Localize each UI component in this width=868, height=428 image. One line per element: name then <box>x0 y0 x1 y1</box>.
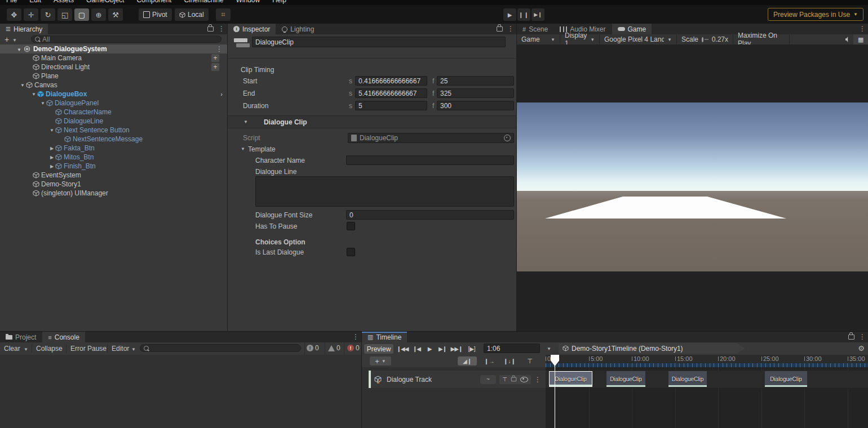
override-plus-badge[interactable]: + <box>211 54 219 62</box>
start-frames-field[interactable]: 25 <box>437 76 514 86</box>
end-frames-field[interactable]: 325 <box>437 88 514 98</box>
step-button[interactable]: ▶❙ <box>532 8 544 21</box>
maximize-on-play-button[interactable]: Maximize On Play <box>733 34 790 44</box>
hierarchy-item-dialoguebox[interactable]: ▼ DialogueBox › <box>0 90 227 99</box>
scene-kebab-icon[interactable]: ⋮ <box>216 45 223 53</box>
tab-console[interactable]: ≡ Console <box>42 332 85 342</box>
track-mute-eye-icon[interactable] <box>520 377 528 382</box>
dialogue-font-size-field[interactable]: 0 <box>346 210 514 220</box>
pause-button[interactable]: ❙❙ <box>517 8 530 21</box>
kebab-menu-icon[interactable]: ⋮ <box>859 25 866 33</box>
info-count-toggle[interactable]: ! 0 <box>307 344 319 352</box>
tab-lighting[interactable]: Lighting <box>276 24 320 34</box>
hierarchy-item-finish-btn[interactable]: ▶ Finish_Btn <box>0 162 227 171</box>
clear-button[interactable]: Clear <box>4 345 20 353</box>
foldout-closed-icon[interactable]: ▶ <box>48 164 55 169</box>
is-last-dialogue-checkbox[interactable] <box>347 248 355 256</box>
hierarchy-item-plane[interactable]: Plane <box>0 72 227 81</box>
prefab-open-chevron-icon[interactable]: › <box>220 91 223 97</box>
tab-game[interactable]: Game <box>612 24 652 34</box>
character-name-field[interactable] <box>346 155 514 165</box>
tab-project[interactable]: Project <box>0 332 42 342</box>
unlock-icon[interactable] <box>497 26 503 32</box>
transform-tool-button[interactable]: ⊕ <box>91 8 106 21</box>
menu-window[interactable]: Window <box>230 0 267 5</box>
editor-dropdown[interactable]: Editor <box>112 345 129 353</box>
dialogue-clip-section-header[interactable]: ▼ Dialogue Clip <box>228 115 516 128</box>
rotate-tool-button[interactable]: ↻ <box>41 8 55 21</box>
track-lock-icon[interactable] <box>511 377 516 382</box>
unlock-icon[interactable] <box>207 26 214 32</box>
track-pin-icon[interactable]: ⊤ <box>502 376 507 382</box>
foldout-open-icon[interactable]: ▼ <box>241 146 245 151</box>
resolution-dropdown[interactable]: Google Pixel 4 Landscape▼ <box>600 34 677 44</box>
local-toggle[interactable]: Local <box>175 8 209 21</box>
play-timeline-button[interactable]: ▶ <box>424 344 435 354</box>
next-frame-button[interactable]: ▶❙ <box>437 344 448 354</box>
custom-tool-button[interactable]: ⚒ <box>108 8 123 21</box>
preview-toggle[interactable]: Preview <box>364 344 393 354</box>
menu-assets[interactable]: Assets <box>47 0 80 5</box>
foldout-closed-icon[interactable]: ▶ <box>48 146 55 151</box>
hierarchy-item-mitos-btn[interactable]: ▶ Mitos_Btn <box>0 153 227 162</box>
kebab-menu-icon[interactable]: ⋮ <box>859 333 866 341</box>
menu-component[interactable]: Component <box>130 0 178 5</box>
timeline-clip-4[interactable]: DialogueClip <box>765 371 807 387</box>
play-range-button[interactable]: [▶] <box>466 344 478 354</box>
mute-audio-button[interactable] <box>841 34 853 44</box>
lock-icon[interactable] <box>848 335 854 340</box>
kebab-menu-icon[interactable]: ⋮ <box>507 25 514 33</box>
hierarchy-item-singleton-uimanager[interactable]: (singleton) UIManager <box>0 189 227 198</box>
gear-icon[interactable]: ⚙ <box>858 344 865 353</box>
rect-tool-button[interactable]: ▢ <box>74 8 89 21</box>
previous-frame-button[interactable]: ❙◀ <box>411 344 422 354</box>
menu-help[interactable]: Help <box>266 0 293 5</box>
script-object-field[interactable]: DialogueClip <box>348 133 514 143</box>
hierarchy-item-charactername[interactable]: CharacterName <box>0 108 227 117</box>
tab-scene[interactable]: # Scene <box>517 24 553 34</box>
pivot-toggle[interactable]: Pivot <box>139 8 172 21</box>
clear-dropdown-caret-icon[interactable]: ▼ <box>24 347 28 352</box>
timeline-clip-3[interactable]: DialogueClip <box>668 371 707 387</box>
timeline-breadcrumb[interactable]: Demo-Story1Timeline (Demo-Story1) <box>559 343 745 354</box>
has-to-pause-checkbox[interactable] <box>347 222 355 230</box>
tab-timeline[interactable]: ▥ Timeline <box>362 332 407 342</box>
grid-snap-button[interactable]: ⌗ <box>216 8 231 21</box>
hierarchy-search-input[interactable]: All <box>31 35 222 43</box>
play-button[interactable]: ▶ <box>503 8 516 21</box>
error-pause-button[interactable]: Error Pause <box>70 345 107 353</box>
foldout-open-icon[interactable]: ▼ <box>30 92 37 97</box>
object-picker-icon[interactable] <box>504 135 511 141</box>
tab-hierarchy[interactable]: ☰ Hierarchy <box>0 24 48 34</box>
foldout-open-icon[interactable]: ▼ <box>0 45 21 53</box>
foldout-open-icon[interactable]: ▼ <box>48 128 55 133</box>
timecode-options-caret-icon[interactable]: ▼ <box>547 346 551 351</box>
hierarchy-item-canvas[interactable]: ▼ Canvas <box>0 81 227 90</box>
display-dropdown[interactable]: Display 1▼ <box>560 34 600 44</box>
clip-name-field[interactable]: DialogueClip <box>252 37 506 47</box>
timeline-clip-2[interactable]: DialogueClip <box>606 371 645 387</box>
dialogue-line-textarea[interactable] <box>255 176 514 207</box>
scale-slider-knob[interactable] <box>702 37 703 42</box>
tab-inspector[interactable]: i Inspector <box>228 24 276 34</box>
kebab-menu-icon[interactable]: ⋮ <box>218 25 225 33</box>
kebab-menu-icon[interactable]: ⋮ <box>352 333 359 341</box>
goto-end-button[interactable]: ▶▶❙ <box>450 344 463 354</box>
error-count-toggle[interactable]: ! 0 <box>347 344 360 352</box>
timecode-field[interactable]: 1:06 <box>484 344 540 353</box>
dialogue-track-header[interactable]: {} Dialogue Track ~ ⊤ ⋮ <box>371 371 546 388</box>
hierarchy-item-main-camera[interactable]: Main Camera + <box>0 54 227 63</box>
track-kebab-icon[interactable]: ⋮ <box>534 376 541 384</box>
hierarchy-item-dialoguepanel[interactable]: ▼ DialoguePanel <box>0 99 227 108</box>
foldout-open-icon[interactable]: ▼ <box>19 83 26 88</box>
ripple-mode-button[interactable]: ❙→ <box>480 356 498 365</box>
add-object-caret-icon[interactable]: ▼ <box>12 38 17 43</box>
menu-cinemachine[interactable]: Cinemachine <box>178 0 229 5</box>
stats-button[interactable]: ▦ <box>853 34 868 44</box>
menu-edit[interactable]: Edit <box>23 0 47 5</box>
add-object-button[interactable]: + <box>5 35 9 44</box>
preview-packages-button[interactable]: Preview Packages in Use ▼ <box>768 8 863 21</box>
hierarchy-item-dialogueline[interactable]: DialogueLine <box>0 117 227 126</box>
dialogue-track-lane[interactable] <box>546 371 868 388</box>
goto-start-button[interactable]: ❙◀◀ <box>396 344 409 354</box>
